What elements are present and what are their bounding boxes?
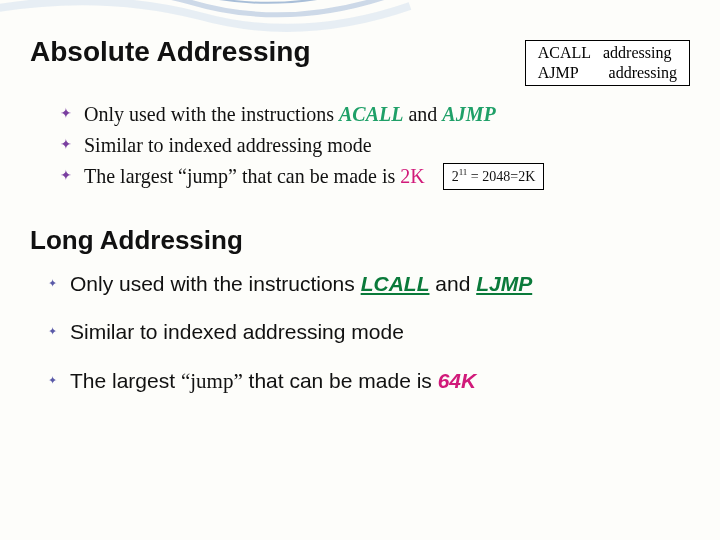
box-ajmp-addr: addressing <box>609 63 677 83</box>
absolute-bullets: Only used with the instructions ACALL an… <box>30 100 690 191</box>
keyword-acall: ACALL <box>339 103 403 125</box>
long-bullets: Only used with the instructions LCALL an… <box>30 270 690 395</box>
keyword-lcall: LCALL <box>361 272 430 295</box>
heading-absolute-addressing: Absolute Addressing <box>30 36 311 68</box>
lb3-word: jump <box>190 369 233 393</box>
list-item: The largest “jump” that can be made is 6… <box>48 367 690 395</box>
lb3-q2: ” <box>233 369 242 393</box>
b3-word: jump <box>187 165 228 187</box>
lb2-text: Similar to indexed addressing mode <box>70 320 404 343</box>
lb1-mid: and <box>429 272 476 295</box>
slide: Absolute Addressing ACALL addressing AJM… <box>0 0 720 439</box>
lb1-pre: Only used with the instructions <box>70 272 361 295</box>
lb3-post: that can be made is <box>243 369 438 392</box>
title-row: Absolute Addressing ACALL addressing AJM… <box>30 36 690 86</box>
keyword-ajmp: AJMP <box>442 103 495 125</box>
heading-long-addressing: Long Addressing <box>30 225 690 256</box>
sb-pre: 2 <box>452 169 459 184</box>
b2-text: Similar to indexed addressing mode <box>84 134 372 156</box>
lb3-pre: The largest <box>70 369 181 392</box>
b3-q2: ” <box>228 165 237 187</box>
b1-text-mid: and <box>403 103 442 125</box>
keyword-64k: 64K <box>438 369 477 392</box>
keyword-ljmp: LJMP <box>476 272 532 295</box>
b1-text-pre: Only used with the instructions <box>84 103 339 125</box>
b3-post: that can be made is <box>237 165 400 187</box>
keyword-2k: 2K <box>400 165 424 187</box>
list-item: Similar to indexed addressing mode <box>48 318 690 346</box>
box-acall-addr: addressing <box>603 43 671 63</box>
list-item: The largest “jump” that can be made is 2… <box>60 162 690 191</box>
list-item: Only used with the instructions LCALL an… <box>48 270 690 298</box>
b3-pre: The largest <box>84 165 178 187</box>
list-item: Only used with the instructions ACALL an… <box>60 100 690 129</box>
b3-q1: “ <box>178 165 187 187</box>
list-item: Similar to indexed addressing mode <box>60 131 690 160</box>
acall-ajmp-box: ACALL addressing AJMP addressing <box>525 40 690 86</box>
box-acall: ACALL <box>538 43 591 63</box>
sb-post: = 2048=2K <box>467 169 535 184</box>
power-of-two-box: 211 = 2048=2K <box>443 163 545 190</box>
lb3-q1: “ <box>181 369 190 393</box>
box-ajmp: AJMP <box>538 63 579 83</box>
